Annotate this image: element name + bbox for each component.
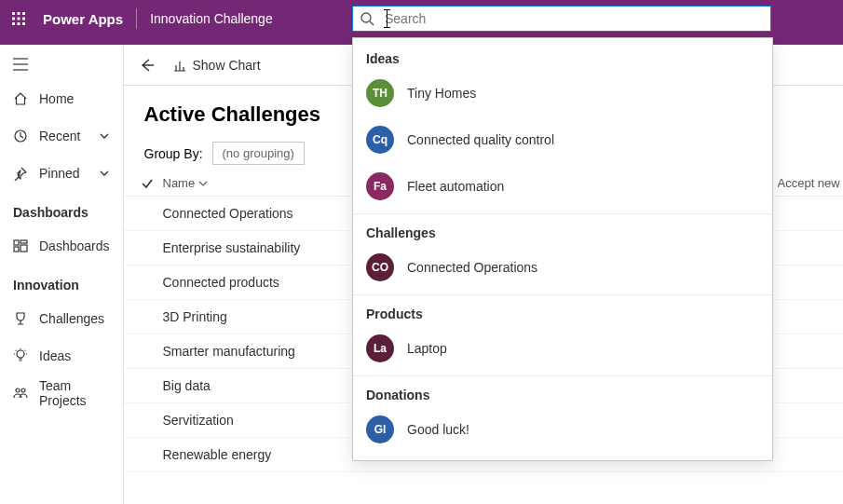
nav-recent[interactable]: Recent <box>0 117 123 155</box>
search-input[interactable] <box>381 11 770 26</box>
search-section-header: Donations <box>353 380 772 406</box>
svg-point-9 <box>361 13 371 22</box>
pin-icon <box>13 166 28 181</box>
avatar: Fa <box>366 172 394 200</box>
product-name[interactable]: Power Apps <box>37 11 136 27</box>
svg-rect-17 <box>20 245 27 252</box>
svg-point-19 <box>17 350 24 358</box>
nav-dashboards-label: Dashboards <box>39 238 110 253</box>
svg-line-10 <box>370 21 374 25</box>
search-result-label: Laptop <box>407 341 447 356</box>
people-icon <box>13 386 28 401</box>
avatar: Gl <box>366 415 394 443</box>
app-launcher-icon[interactable] <box>0 0 37 37</box>
nav-challenges-label: Challenges <box>39 311 104 326</box>
svg-rect-15 <box>14 240 19 245</box>
chevron-down-icon <box>99 130 110 142</box>
nav-section-innovation: Innovation <box>0 265 123 300</box>
search-result-item[interactable]: CqConnected quality control <box>353 116 772 163</box>
chevron-down-icon <box>99 168 110 179</box>
global-search[interactable] <box>352 6 771 32</box>
nav-ideas-label: Ideas <box>39 348 71 363</box>
chevron-down-icon <box>198 179 208 188</box>
search-result-label: Connected Operations <box>407 260 537 275</box>
select-all-checkbox[interactable] <box>141 177 163 190</box>
back-button[interactable] <box>135 53 159 77</box>
svg-point-21 <box>21 388 25 392</box>
svg-rect-2 <box>22 12 25 15</box>
svg-rect-16 <box>20 240 27 243</box>
search-result-label: Fleet automation <box>407 179 504 194</box>
divider <box>353 375 772 376</box>
search-result-item[interactable]: LaLaptop <box>353 325 772 372</box>
svg-point-20 <box>16 388 20 392</box>
search-section-header: Ideas <box>353 44 772 70</box>
search-result-label: Good luck! <box>407 422 469 437</box>
show-chart-label: Show Chart <box>193 58 261 73</box>
nav-pinned[interactable]: Pinned <box>0 155 123 192</box>
nav-recent-label: Recent <box>39 129 80 143</box>
svg-rect-18 <box>14 247 19 252</box>
nav-home[interactable]: Home <box>0 80 123 117</box>
search-section-header: Challenges <box>353 218 772 244</box>
nav-team-projects[interactable]: Team Projects <box>0 375 123 412</box>
chart-icon <box>172 58 187 73</box>
divider <box>353 294 772 295</box>
clock-icon <box>13 129 28 143</box>
app-name[interactable]: Innovation Challenge <box>137 11 286 26</box>
divider <box>353 213 772 214</box>
nav-challenges[interactable]: Challenges <box>0 300 123 337</box>
svg-rect-7 <box>18 22 20 25</box>
nav-dashboards[interactable]: Dashboards <box>0 227 123 265</box>
trophy-icon <box>13 311 28 326</box>
search-section-header: Products <box>353 299 772 325</box>
group-by-label: Group By: <box>144 146 203 161</box>
avatar: CO <box>366 253 394 281</box>
avatar: Cq <box>366 126 394 154</box>
search-icon <box>353 11 381 26</box>
left-nav: Home Recent Pinned Dashboards Dashboards… <box>0 45 124 504</box>
svg-rect-0 <box>12 12 15 15</box>
svg-rect-6 <box>12 22 15 25</box>
svg-rect-5 <box>22 18 25 20</box>
search-result-label: Connected quality control <box>407 132 554 147</box>
nav-home-label: Home <box>39 91 74 106</box>
search-result-item[interactable]: THTiny Homes <box>353 70 772 116</box>
search-result-item[interactable]: GlGood luck! <box>353 406 772 453</box>
nav-team-projects-label: Team Projects <box>39 378 110 408</box>
col-header-accept-until[interactable]: Accept new ideas to <box>778 176 844 190</box>
avatar: La <box>366 334 394 362</box>
svg-rect-8 <box>22 22 25 25</box>
nav-collapse-button[interactable] <box>0 48 123 80</box>
svg-rect-4 <box>18 18 20 20</box>
show-chart-button[interactable]: Show Chart <box>172 58 261 73</box>
text-cursor <box>387 9 388 28</box>
home-icon <box>13 91 28 106</box>
search-result-item[interactable]: FaFleet automation <box>353 163 772 210</box>
nav-pinned-label: Pinned <box>39 166 80 181</box>
svg-rect-3 <box>12 18 15 20</box>
nav-ideas[interactable]: Ideas <box>0 337 123 375</box>
svg-rect-1 <box>18 12 20 15</box>
search-result-label: Tiny Homes <box>407 86 476 101</box>
search-result-item[interactable]: COConnected Operations <box>353 244 772 291</box>
lightbulb-icon <box>13 348 28 363</box>
search-results-dropdown: IdeasTHTiny HomesCqConnected quality con… <box>352 37 773 461</box>
group-by-select[interactable]: (no grouping) <box>212 142 305 165</box>
avatar: TH <box>366 79 394 107</box>
nav-section-dashboards: Dashboards <box>0 192 123 227</box>
dashboard-icon <box>13 238 28 253</box>
